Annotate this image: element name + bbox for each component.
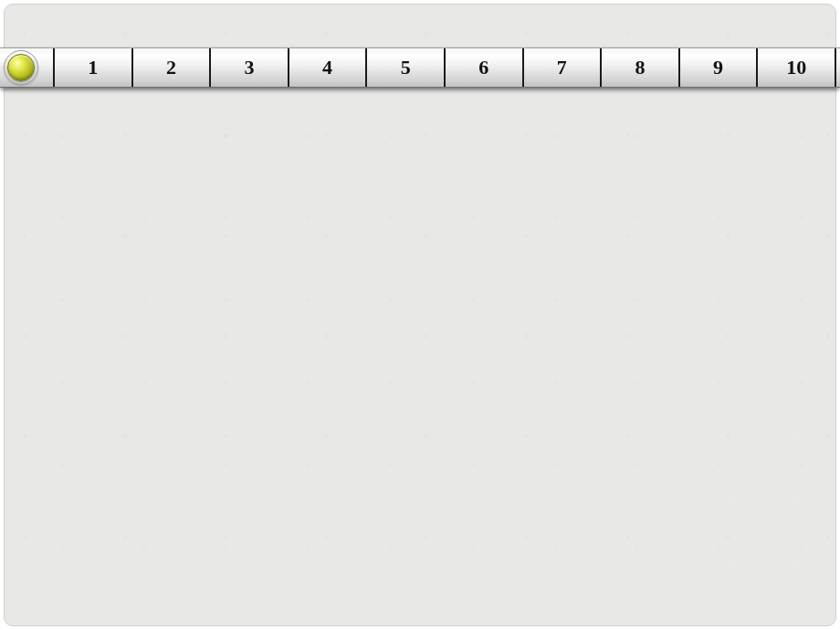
ruler-segment: 10	[756, 48, 836, 87]
slider-knob[interactable]	[7, 54, 35, 81]
canvas-area	[4, 4, 836, 626]
ruler-segment: 8	[600, 48, 678, 87]
ruler-label: 9	[713, 56, 723, 79]
ruler[interactable]: 1 2 3 4 5 6 7 8 9 10	[0, 47, 840, 88]
ruler-segment: 5	[365, 48, 444, 87]
ruler-label: 6	[478, 56, 488, 79]
ruler-segment: 9	[678, 48, 757, 87]
ruler-label: 1	[88, 56, 98, 79]
ruler-label: 7	[557, 56, 567, 79]
ruler-segment: 4	[288, 48, 366, 87]
ruler-label: 10	[786, 56, 806, 79]
ruler-label: 8	[635, 56, 645, 79]
ruler-label: 2	[166, 56, 176, 79]
ruler-scale: 1 2 3 4 5 6 7 8 9 10	[53, 48, 836, 87]
ruler-segment: 6	[444, 48, 522, 87]
ruler-label: 5	[401, 56, 411, 79]
ruler-label: 4	[322, 56, 332, 79]
ruler-segment: 7	[522, 48, 601, 87]
ruler-segment: 3	[209, 48, 288, 87]
ruler-segment: 1	[53, 48, 131, 87]
ruler-segment: 2	[131, 48, 210, 87]
ruler-label: 3	[244, 56, 254, 79]
